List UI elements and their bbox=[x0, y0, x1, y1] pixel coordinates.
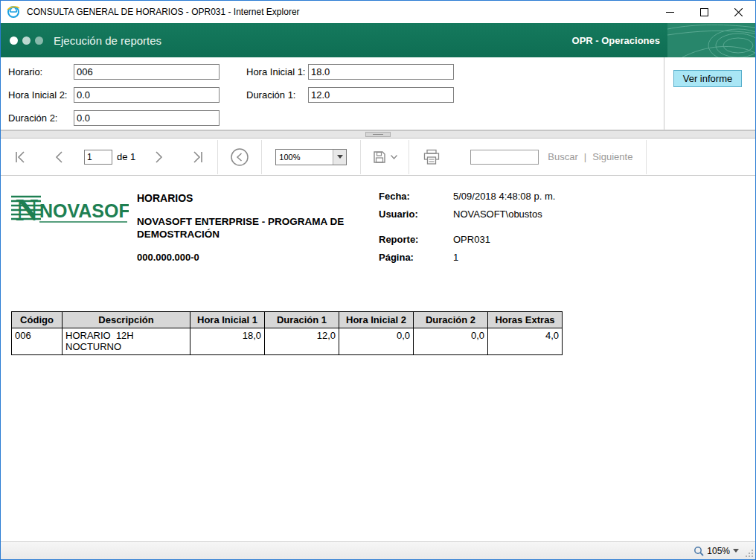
close-button[interactable] bbox=[721, 1, 755, 23]
parameters-form: Horario: Hora Inicial 1: Hora Inicial 2:… bbox=[1, 57, 664, 130]
pagina-value: 1 bbox=[453, 252, 458, 263]
col-header-horas-extras: Horas Extras bbox=[488, 312, 563, 328]
back-icon bbox=[230, 147, 249, 167]
zoom-value: 100% bbox=[276, 153, 333, 162]
previous-page-icon bbox=[54, 150, 64, 164]
dot-icon bbox=[35, 36, 43, 45]
svg-text:N: N bbox=[16, 193, 38, 227]
parameters-panel: Horario: Hora Inicial 1: Hora Inicial 2:… bbox=[1, 57, 755, 130]
meta-usuario: Usuario: NOVASOFT\obustos bbox=[379, 209, 691, 220]
report-meta: Fecha: 5/09/2018 4:48:08 p. m. Usuario: … bbox=[379, 191, 691, 270]
meta-pagina: Página: 1 bbox=[379, 252, 691, 263]
chevron-down-icon bbox=[733, 549, 739, 553]
last-page-button[interactable] bbox=[179, 140, 217, 174]
hora-inicial-1-label: Hora Inicial 1: bbox=[246, 66, 305, 77]
horarios-table: Código Descripción Hora Inicial 1 Duraci… bbox=[11, 311, 563, 355]
horario-input[interactable] bbox=[74, 64, 220, 80]
duracion-2-label: Duración 2: bbox=[8, 112, 57, 124]
hora-inicial-1-input[interactable] bbox=[308, 64, 454, 80]
toolbar-divider bbox=[646, 140, 647, 174]
next-page-button[interactable] bbox=[140, 140, 179, 174]
dot-icon bbox=[22, 36, 31, 45]
zoom-status-control[interactable]: 105% bbox=[689, 542, 743, 559]
banner-dots bbox=[10, 36, 43, 45]
window-controls bbox=[653, 1, 755, 23]
horario-label: Horario: bbox=[8, 66, 42, 77]
splitter-handle-icon[interactable] bbox=[365, 132, 391, 137]
minimize-button[interactable] bbox=[653, 1, 687, 23]
report-actions-panel: Ver informe bbox=[664, 57, 755, 130]
duracion-1-label: Duración 1: bbox=[246, 89, 295, 101]
resize-grip-icon bbox=[745, 549, 754, 558]
col-header-duracion-2: Duración 2 bbox=[414, 312, 488, 328]
next-page-icon bbox=[154, 150, 164, 164]
app-banner: Ejecución de reportes OPR - Operaciones bbox=[1, 23, 755, 57]
duracion-1-input[interactable] bbox=[308, 87, 454, 103]
cell-duracion-1: 12,0 bbox=[265, 328, 339, 355]
logo-text: NOVASOFT bbox=[39, 200, 129, 221]
page-number-input[interactable] bbox=[84, 150, 112, 165]
zoom-level-label: 105% bbox=[707, 546, 730, 556]
col-header-descripcion: Descripción bbox=[63, 312, 190, 328]
find-separator: | bbox=[584, 151, 586, 162]
print-icon bbox=[423, 149, 441, 165]
magnifier-icon bbox=[693, 546, 704, 556]
find-link[interactable]: Buscar bbox=[548, 151, 577, 162]
usuario-value: NOVASOFT\obustos bbox=[453, 209, 542, 220]
save-button[interactable] bbox=[361, 140, 409, 174]
hora-inicial-2-input[interactable] bbox=[74, 87, 220, 103]
save-icon bbox=[372, 150, 387, 165]
banner-decoration bbox=[667, 23, 755, 57]
browser-window: CONSULTA GENERAL DE HORARIOS - OPR031 - … bbox=[0, 0, 756, 560]
status-bar: 105% bbox=[1, 541, 755, 559]
maximize-icon bbox=[700, 8, 708, 16]
minimize-icon bbox=[666, 8, 674, 16]
close-icon bbox=[734, 8, 743, 16]
col-header-hora-inicial-2: Hora Inicial 2 bbox=[339, 312, 414, 328]
zoom-select[interactable]: 100% bbox=[275, 149, 347, 165]
duracion-2-input[interactable] bbox=[74, 110, 220, 126]
reporte-value: OPR031 bbox=[453, 234, 490, 245]
resize-grip[interactable] bbox=[743, 542, 755, 559]
first-page-icon bbox=[13, 150, 28, 164]
print-button[interactable] bbox=[409, 140, 454, 174]
chevron-down-icon bbox=[391, 155, 397, 159]
banner-title: Ejecución de reportes bbox=[54, 34, 572, 47]
meta-fecha: Fecha: 5/09/2018 4:48:08 p. m. bbox=[379, 191, 691, 202]
fecha-label: Fecha: bbox=[379, 191, 453, 202]
window-title: CONSULTA GENERAL DE HORARIOS - OPR031 - … bbox=[27, 7, 653, 17]
report-titles: HORARIOS NOVASOFT ENTERPRISE - PROGRAMA … bbox=[137, 192, 364, 263]
col-header-codigo: Código bbox=[12, 312, 63, 328]
toolbar-divider bbox=[261, 140, 262, 174]
report-header: N NOVASOFT HORARIOS NOVASOFT ENTERPRISE … bbox=[11, 189, 745, 299]
page-count-label: de 1 bbox=[117, 151, 135, 162]
report-viewer: N NOVASOFT HORARIOS NOVASOFT ENTERPRISE … bbox=[1, 176, 755, 541]
last-page-icon bbox=[190, 150, 205, 164]
hora-inicial-2-label: Hora Inicial 2: bbox=[8, 89, 67, 101]
back-button[interactable] bbox=[218, 140, 261, 174]
find-next-link[interactable]: Siguiente bbox=[592, 151, 632, 162]
table-header-row: Código Descripción Hora Inicial 1 Duraci… bbox=[12, 312, 563, 328]
report-subtitle: NOVASOFT ENTERPRISE - PROGRAMA DE DEMOST… bbox=[137, 216, 364, 241]
chevron-down-icon bbox=[333, 150, 346, 165]
cell-duracion-2: 0,0 bbox=[414, 328, 488, 355]
previous-page-button[interactable] bbox=[39, 140, 78, 174]
first-page-button[interactable] bbox=[1, 140, 39, 174]
cell-descripcion: HORARIO 12H NOCTURNO bbox=[63, 328, 190, 355]
dot-icon bbox=[10, 36, 18, 45]
col-header-duracion-1: Duración 1 bbox=[265, 312, 339, 328]
maximize-button[interactable] bbox=[687, 1, 721, 23]
pagina-label: Página: bbox=[379, 252, 453, 263]
search-input[interactable] bbox=[470, 150, 539, 165]
company-nit: 000.000.000-0 bbox=[137, 252, 364, 263]
table-row: 006 HORARIO 12H NOCTURNO 18,0 12,0 0,0 0… bbox=[12, 328, 563, 355]
report-title: HORARIOS bbox=[137, 192, 364, 204]
cell-codigo: 006 bbox=[12, 328, 63, 355]
splitter[interactable] bbox=[1, 130, 755, 139]
internet-explorer-icon bbox=[6, 4, 21, 19]
title-bar: CONSULTA GENERAL DE HORARIOS - OPR031 - … bbox=[1, 1, 755, 23]
reporte-label: Reporte: bbox=[379, 234, 453, 245]
cell-hora-inicial-1: 18,0 bbox=[190, 328, 265, 355]
ver-informe-button[interactable]: Ver informe bbox=[673, 70, 742, 87]
module-label: OPR - Operaciones bbox=[572, 35, 660, 46]
